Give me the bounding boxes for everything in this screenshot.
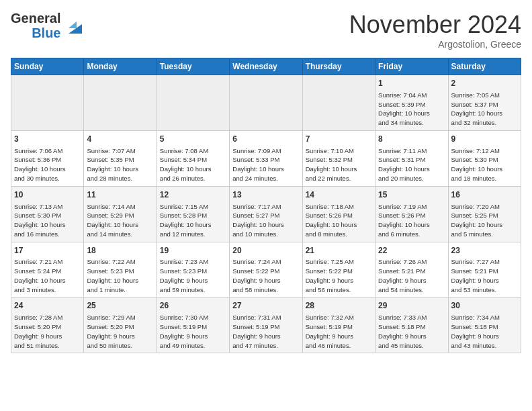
day-number: 11: [87, 189, 153, 201]
day-number: 24: [14, 300, 81, 312]
day-info: Sunrise: 7:12 AMSunset: 5:30 PMDaylight:…: [451, 146, 518, 183]
day-number: 9: [451, 134, 518, 145]
calendar-day-cell: 12Sunrise: 7:15 AMSunset: 5:28 PMDayligh…: [157, 186, 229, 242]
day-info: Sunrise: 7:13 AMSunset: 5:30 PMDaylight:…: [14, 202, 81, 239]
day-info: Sunrise: 7:19 AMSunset: 5:26 PMDaylight:…: [378, 202, 445, 239]
day-info: Sunrise: 7:27 AMSunset: 5:21 PMDaylight:…: [451, 257, 518, 294]
calendar-day-cell: 3Sunrise: 7:06 AMSunset: 5:36 PMDaylight…: [11, 130, 84, 186]
day-info: Sunrise: 7:08 AMSunset: 5:34 PMDaylight:…: [160, 146, 226, 183]
logo-line1: General: [11, 11, 60, 26]
calendar-day-cell: 26Sunrise: 7:30 AMSunset: 5:19 PMDayligh…: [157, 298, 229, 353]
weekday-header: Saturday: [448, 58, 521, 75]
day-number: 4: [87, 134, 153, 145]
day-info: Sunrise: 7:17 AMSunset: 5:27 PMDaylight:…: [232, 202, 299, 239]
calendar-day-cell: [84, 75, 157, 131]
day-number: 30: [451, 300, 518, 312]
calendar-day-cell: 21Sunrise: 7:25 AMSunset: 5:22 PMDayligh…: [302, 242, 375, 298]
day-info: Sunrise: 7:06 AMSunset: 5:36 PMDaylight:…: [14, 146, 81, 183]
day-number: 29: [378, 300, 445, 312]
day-info: Sunrise: 7:30 AMSunset: 5:19 PMDaylight:…: [160, 313, 226, 350]
logo-icon: [63, 15, 85, 36]
calendar-week-row: 3Sunrise: 7:06 AMSunset: 5:36 PMDaylight…: [11, 130, 521, 186]
day-info: Sunrise: 7:22 AMSunset: 5:23 PMDaylight:…: [87, 257, 153, 294]
day-info: Sunrise: 7:20 AMSunset: 5:25 PMDaylight:…: [451, 202, 518, 239]
day-info: Sunrise: 7:15 AMSunset: 5:28 PMDaylight:…: [160, 202, 226, 239]
calendar-day-cell: [230, 75, 302, 131]
day-info: Sunrise: 7:32 AMSunset: 5:19 PMDaylight:…: [306, 313, 372, 350]
day-number: 13: [232, 189, 299, 201]
day-number: 23: [451, 245, 518, 257]
calendar-day-cell: 23Sunrise: 7:27 AMSunset: 5:21 PMDayligh…: [448, 242, 521, 298]
day-number: 16: [451, 189, 518, 201]
calendar-day-cell: 11Sunrise: 7:14 AMSunset: 5:29 PMDayligh…: [84, 186, 157, 242]
calendar-day-cell: 2Sunrise: 7:05 AMSunset: 5:37 PMDaylight…: [448, 75, 521, 131]
day-number: 20: [232, 245, 299, 257]
day-number: 12: [160, 189, 226, 201]
day-number: 18: [87, 245, 153, 257]
calendar-day-cell: 14Sunrise: 7:18 AMSunset: 5:26 PMDayligh…: [302, 186, 375, 242]
calendar-day-cell: 27Sunrise: 7:31 AMSunset: 5:19 PMDayligh…: [230, 298, 302, 353]
day-number: 25: [87, 300, 153, 312]
calendar-table: SundayMondayTuesdayWednesdayThursdayFrid…: [11, 58, 521, 353]
day-info: Sunrise: 7:05 AMSunset: 5:37 PMDaylight:…: [451, 91, 518, 128]
day-info: Sunrise: 7:24 AMSunset: 5:22 PMDaylight:…: [232, 257, 299, 294]
day-info: Sunrise: 7:28 AMSunset: 5:20 PMDaylight:…: [14, 313, 81, 350]
day-number: 28: [306, 300, 372, 312]
calendar-day-cell: 13Sunrise: 7:17 AMSunset: 5:27 PMDayligh…: [230, 186, 302, 242]
weekday-header: Wednesday: [230, 58, 302, 75]
day-number: 14: [306, 189, 372, 201]
calendar-day-cell: 16Sunrise: 7:20 AMSunset: 5:25 PMDayligh…: [448, 186, 521, 242]
weekday-header: Tuesday: [157, 58, 229, 75]
day-number: 1: [378, 78, 445, 89]
calendar-week-row: 24Sunrise: 7:28 AMSunset: 5:20 PMDayligh…: [11, 298, 521, 353]
day-number: 10: [14, 189, 81, 201]
day-number: 22: [378, 245, 445, 257]
calendar-week-row: 17Sunrise: 7:21 AMSunset: 5:24 PMDayligh…: [11, 242, 521, 298]
calendar-day-cell: [302, 75, 375, 131]
calendar-day-cell: 30Sunrise: 7:34 AMSunset: 5:18 PMDayligh…: [448, 298, 521, 353]
title-block: November 2024 Argostolion, Greece: [349, 11, 521, 50]
svg-marker-1: [69, 21, 77, 28]
calendar-day-cell: 15Sunrise: 7:19 AMSunset: 5:26 PMDayligh…: [375, 186, 448, 242]
day-info: Sunrise: 7:23 AMSunset: 5:23 PMDaylight:…: [160, 257, 226, 294]
day-number: 17: [14, 245, 81, 257]
day-info: Sunrise: 7:21 AMSunset: 5:24 PMDaylight:…: [14, 257, 81, 294]
calendar-day-cell: 10Sunrise: 7:13 AMSunset: 5:30 PMDayligh…: [11, 186, 84, 242]
logo-line2: Blue: [32, 26, 60, 40]
calendar-day-cell: 7Sunrise: 7:10 AMSunset: 5:32 PMDaylight…: [302, 130, 375, 186]
calendar-day-cell: 28Sunrise: 7:32 AMSunset: 5:19 PMDayligh…: [302, 298, 375, 353]
calendar-day-cell: 29Sunrise: 7:33 AMSunset: 5:18 PMDayligh…: [375, 298, 448, 353]
calendar-day-cell: [157, 75, 229, 131]
day-number: 7: [306, 134, 372, 145]
calendar-day-cell: 19Sunrise: 7:23 AMSunset: 5:23 PMDayligh…: [157, 242, 229, 298]
header-row: SundayMondayTuesdayWednesdayThursdayFrid…: [11, 58, 521, 75]
day-info: Sunrise: 7:26 AMSunset: 5:21 PMDaylight:…: [378, 257, 445, 294]
page-header: General Blue November 2024 Argostolion, …: [11, 11, 521, 50]
calendar-day-cell: 8Sunrise: 7:11 AMSunset: 5:31 PMDaylight…: [375, 130, 448, 186]
day-number: 3: [14, 134, 81, 145]
calendar-day-cell: 20Sunrise: 7:24 AMSunset: 5:22 PMDayligh…: [230, 242, 302, 298]
month-title: November 2024: [349, 11, 521, 39]
calendar-day-cell: 6Sunrise: 7:09 AMSunset: 5:33 PMDaylight…: [230, 130, 302, 186]
weekday-header: Thursday: [302, 58, 375, 75]
weekday-header: Sunday: [11, 58, 84, 75]
day-number: 6: [232, 134, 299, 145]
day-number: 15: [378, 189, 445, 201]
calendar-week-row: 1Sunrise: 7:04 AMSunset: 5:39 PMDaylight…: [11, 75, 521, 131]
weekday-header: Monday: [84, 58, 157, 75]
day-info: Sunrise: 7:31 AMSunset: 5:19 PMDaylight:…: [232, 313, 299, 350]
calendar-day-cell: 25Sunrise: 7:29 AMSunset: 5:20 PMDayligh…: [84, 298, 157, 353]
day-number: 2: [451, 78, 518, 89]
day-info: Sunrise: 7:33 AMSunset: 5:18 PMDaylight:…: [378, 313, 445, 350]
calendar-day-cell: 1Sunrise: 7:04 AMSunset: 5:39 PMDaylight…: [375, 75, 448, 131]
calendar-day-cell: 22Sunrise: 7:26 AMSunset: 5:21 PMDayligh…: [375, 242, 448, 298]
day-number: 8: [378, 134, 445, 145]
day-info: Sunrise: 7:18 AMSunset: 5:26 PMDaylight:…: [306, 202, 372, 239]
day-info: Sunrise: 7:25 AMSunset: 5:22 PMDaylight:…: [306, 257, 372, 294]
day-number: 26: [160, 300, 226, 312]
weekday-header: Friday: [375, 58, 448, 75]
calendar-day-cell: 5Sunrise: 7:08 AMSunset: 5:34 PMDaylight…: [157, 130, 229, 186]
location: Argostolion, Greece: [349, 39, 521, 50]
day-info: Sunrise: 7:14 AMSunset: 5:29 PMDaylight:…: [87, 202, 153, 239]
calendar-week-row: 10Sunrise: 7:13 AMSunset: 5:30 PMDayligh…: [11, 186, 521, 242]
